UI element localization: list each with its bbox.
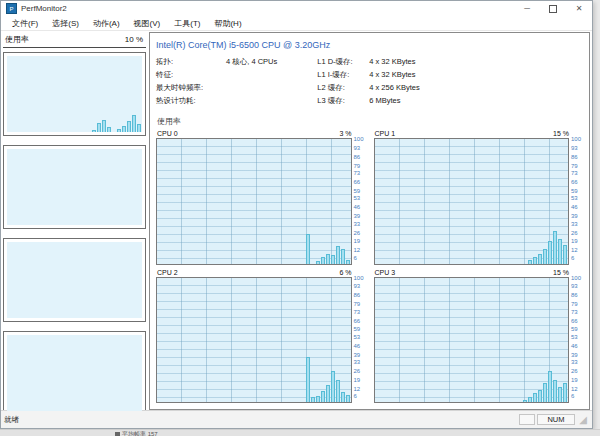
title-bar[interactable]: P PerfMonitor2 ─ ✕: [1, 1, 592, 16]
cpu0-y-axis: 100938679736659534639332619126: [352, 138, 366, 265]
resize-grip[interactable]: ◢: [577, 414, 589, 426]
window-title: PerfMonitor2: [21, 4, 67, 13]
cpu2-label: CPU 2: [157, 269, 178, 276]
cpu-info-grid: 拓扑: 4 核心, 4 CPUs 特征: 最大时钟频率: 热设计功耗:: [156, 57, 583, 106]
sidebar-overview-panel[interactable]: [3, 52, 146, 136]
info-value: 4 x 32 KBytes: [369, 57, 415, 67]
cpu2-plot: [156, 277, 352, 404]
maximize-icon: [549, 5, 557, 13]
sidebar-panel-3[interactable]: [3, 238, 146, 322]
menu-tools[interactable]: 工具(T): [167, 18, 207, 29]
cpu1-y-axis: 100938679736659534639332619126: [569, 138, 583, 265]
cpu2-plot-row: 100938679736659534639332619126: [156, 277, 366, 404]
cpu1-chart: CPU 1 15 % 10093867973665953463933261912…: [374, 130, 584, 265]
info-label: 最大时钟频率:: [156, 83, 226, 93]
main-panel: Intel(R) Core(TM) i5-6500 CPU @ 3.20GHz …: [149, 32, 590, 410]
cpu2-chart-header: CPU 2 6 %: [157, 269, 352, 276]
sidebar-header-label: 使用率: [5, 34, 29, 45]
info-row-topology: 拓扑: 4 核心, 4 CPUs: [156, 57, 277, 67]
status-text: 就绪: [4, 415, 19, 425]
info-row-l1i: L1 I-缓存: 4 x 32 KBytes: [317, 70, 419, 80]
cpu1-plot-row: 100938679736659534639332619126: [374, 138, 584, 265]
close-button[interactable]: ✕: [566, 1, 592, 16]
background-window-text: 平均帧率 157: [115, 430, 158, 436]
sidebar: 使用率 10 %: [3, 32, 146, 410]
info-label: 热设计功耗:: [156, 96, 226, 106]
cpu1-chart-header: CPU 1 15 %: [375, 130, 570, 137]
num-lock-indicator: NUM: [537, 414, 575, 425]
info-row-tdp: 热设计功耗:: [156, 96, 277, 106]
cpu2-y-axis: 100938679736659534639332619126: [352, 277, 366, 404]
cpu0-chart: CPU 0 3 % 100938679736659534639332619126: [156, 130, 366, 265]
background-window-icon: [115, 432, 120, 436]
cpu3-usage-value: 15 %: [553, 269, 569, 276]
cpu3-plot-row: 100938679736659534639332619126: [374, 277, 584, 404]
sidebar-panels: [3, 48, 146, 410]
minimize-button[interactable]: ─: [514, 1, 540, 16]
sidebar-panel-2-body: [7, 149, 142, 225]
sidebar-panel-4[interactable]: [3, 331, 146, 415]
sidebar-header-value: 10 %: [125, 35, 143, 44]
cpu1-plot: [374, 138, 570, 265]
info-label: L1 D-缓存:: [317, 57, 369, 67]
cpu0-label: CPU 0: [157, 130, 178, 137]
menu-help[interactable]: 帮助(H): [207, 18, 248, 29]
sidebar-panel-4-body: [7, 335, 142, 411]
app-icon: P: [6, 3, 17, 14]
cpu0-usage-value: 3 %: [339, 130, 351, 137]
info-row-l1d: L1 D-缓存: 4 x 32 KBytes: [317, 57, 419, 67]
cpu0-chart-header: CPU 0 3 %: [157, 130, 352, 137]
menu-select[interactable]: 选择(S): [45, 18, 86, 29]
cpu3-y-axis: 100938679736659534639332619126: [569, 277, 583, 404]
info-label: 拓扑:: [156, 57, 226, 67]
status-right-group: NUM ◢: [519, 414, 589, 426]
sidebar-header: 使用率 10 %: [3, 32, 146, 48]
menu-file[interactable]: 文件(F): [5, 18, 45, 29]
cpu1-label: CPU 1: [375, 130, 396, 137]
info-value: 4 x 32 KBytes: [369, 70, 415, 80]
cpu-info-left-column: 拓扑: 4 核心, 4 CPUs 特征: 最大时钟频率: 热设计功耗:: [156, 57, 277, 106]
menu-view[interactable]: 视图(V): [127, 18, 168, 29]
info-value: 4 核心, 4 CPUs: [226, 57, 277, 67]
background-window-sliver: 平均帧率 157: [0, 429, 600, 436]
menu-bar: 文件(F) 选择(S) 动作(A) 视图(V) 工具(T) 帮助(H): [1, 16, 592, 31]
cpu-name-title: Intel(R) Core(TM) i5-6500 CPU @ 3.20GHz: [156, 40, 583, 50]
content-area: 使用率 10 % Intel(R) Core(TM) i5-650: [1, 31, 592, 410]
cpu3-chart: CPU 3 15 % 10093867973665953463933261912…: [374, 269, 584, 404]
cpu-info-right-column: L1 D-缓存: 4 x 32 KBytes L1 I-缓存: 4 x 32 K…: [317, 57, 419, 106]
info-value: 4 x 256 KBytes: [369, 83, 419, 93]
cpu0-plot: [156, 138, 352, 265]
sidebar-panel-3-body: [7, 242, 142, 318]
info-value: 6 MBytes: [369, 96, 400, 106]
info-row-features: 特征:: [156, 70, 277, 80]
cpu2-usage-value: 6 %: [339, 269, 351, 276]
cpu3-chart-header: CPU 3 15 %: [375, 269, 570, 276]
cpu1-usage-value: 15 %: [553, 130, 569, 137]
background-window-label: 平均帧率 157: [122, 430, 158, 436]
info-row-l2: L2 缓存: 4 x 256 KBytes: [317, 83, 419, 93]
info-row-max-clock: 最大时钟频率:: [156, 83, 277, 93]
cpu3-plot: [374, 277, 570, 404]
sidebar-overview-chart: [7, 56, 142, 132]
cpu0-plot-row: 100938679736659534639332619126: [156, 138, 366, 265]
maximize-button[interactable]: [540, 1, 566, 16]
usage-section-title: 使用率: [157, 116, 583, 127]
status-bar: 就绪 NUM ◢: [1, 410, 592, 428]
info-row-l3: L3 缓存: 6 MBytes: [317, 96, 419, 106]
sidebar-panel-2[interactable]: [3, 145, 146, 229]
info-label: L2 缓存:: [317, 83, 369, 93]
menu-action[interactable]: 动作(A): [86, 18, 127, 29]
status-box-empty: [519, 414, 535, 425]
info-label: L1 I-缓存:: [317, 70, 369, 80]
cpu3-label: CPU 3: [375, 269, 396, 276]
info-label: L3 缓存:: [317, 96, 369, 106]
cpu-charts-grid: CPU 0 3 % 100938679736659534639332619126…: [156, 130, 583, 403]
window-controls: ─ ✕: [514, 1, 592, 16]
app-window: P PerfMonitor2 ─ ✕ 文件(F) 选择(S) 动作(A) 视图(…: [0, 0, 593, 429]
info-label: 特征:: [156, 70, 226, 80]
cpu2-chart: CPU 2 6 % 100938679736659534639332619126: [156, 269, 366, 404]
